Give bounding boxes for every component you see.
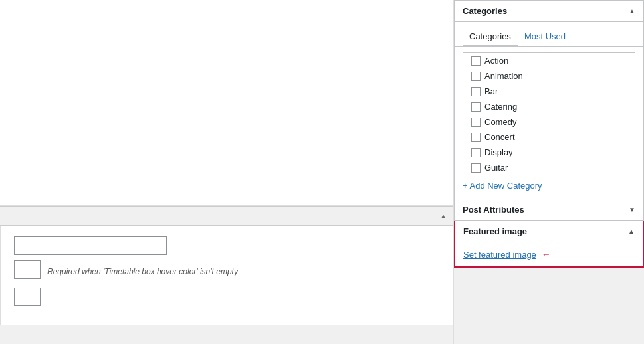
categories-tabs: Categories Most Used bbox=[455, 27, 643, 47]
post-attributes-toggle-icon: ▼ bbox=[629, 206, 635, 213]
color-input-small[interactable] bbox=[14, 260, 41, 279]
featured-image-body: Set featured image← bbox=[455, 242, 643, 266]
categories-title: Categories bbox=[463, 6, 507, 16]
tab-categories[interactable]: Categories bbox=[463, 27, 518, 46]
left-panel: ▲ Required when 'Timetable box hover col… bbox=[0, 0, 454, 344]
collapse-bar[interactable]: ▲ bbox=[0, 206, 453, 226]
checkbox-comedy[interactable] bbox=[471, 118, 481, 127]
form-row-hint: Required when 'Timetable box hover color… bbox=[14, 260, 439, 282]
post-attributes-header[interactable]: Post Attributes ▼ bbox=[455, 199, 643, 220]
category-label-comedy: Comedy bbox=[484, 117, 516, 127]
list-item: Action bbox=[471, 53, 627, 68]
list-item: Animation bbox=[471, 68, 627, 84]
category-label-display: Display bbox=[484, 147, 513, 157]
featured-image-header[interactable]: Featured image ▲ bbox=[455, 221, 643, 242]
list-item: Bar bbox=[471, 84, 627, 99]
list-item: Catering bbox=[471, 99, 627, 114]
category-label-concert: Concert bbox=[484, 132, 515, 142]
featured-image-panel: Featured image ▲ Set featured image← bbox=[454, 221, 644, 268]
checkbox-display[interactable] bbox=[471, 148, 481, 157]
right-sidebar: Categories ▲ Categories Most Used Action… bbox=[454, 0, 644, 344]
form-section: Required when 'Timetable box hover color… bbox=[0, 226, 453, 325]
category-label-action: Action bbox=[484, 56, 508, 66]
checkbox-bar[interactable] bbox=[471, 87, 481, 96]
checkbox-catering[interactable] bbox=[471, 102, 481, 112]
editor-area bbox=[0, 0, 453, 206]
categories-panel: Categories ▲ Categories Most Used Action… bbox=[454, 0, 644, 199]
add-new-category-link[interactable]: + Add New Category bbox=[455, 175, 643, 193]
list-item: Guitar bbox=[471, 160, 627, 175]
post-attributes-title: Post Attributes bbox=[463, 205, 524, 215]
categories-toggle-icon: ▲ bbox=[629, 7, 635, 15]
featured-image-toggle-icon: ▲ bbox=[628, 228, 635, 235]
categories-panel-body: Categories Most Used Action Animation Ba… bbox=[455, 22, 643, 199]
category-label-guitar: Guitar bbox=[484, 163, 508, 173]
form-row-small2 bbox=[14, 288, 439, 309]
timetable-input[interactable] bbox=[14, 236, 167, 255]
checkbox-guitar[interactable] bbox=[471, 163, 481, 173]
list-item: Display bbox=[471, 145, 627, 160]
collapse-icon: ▲ bbox=[440, 213, 447, 220]
checkbox-action[interactable] bbox=[471, 56, 481, 66]
color-input-small2[interactable] bbox=[14, 288, 41, 306]
checkbox-animation[interactable] bbox=[471, 72, 481, 81]
checkbox-concert[interactable] bbox=[471, 133, 481, 142]
category-label-animation: Animation bbox=[484, 71, 523, 81]
category-label-catering: Catering bbox=[484, 102, 517, 112]
category-list: Action Animation Bar Catering Comedy bbox=[463, 52, 635, 175]
set-featured-image-link[interactable]: Set featured image bbox=[463, 250, 536, 260]
list-item: Concert bbox=[471, 129, 627, 145]
category-label-bar: Bar bbox=[484, 86, 498, 96]
list-item: Comedy bbox=[471, 114, 627, 129]
tab-most-used[interactable]: Most Used bbox=[518, 27, 572, 46]
categories-panel-header[interactable]: Categories ▲ bbox=[455, 1, 643, 22]
arrow-icon: ← bbox=[542, 249, 551, 260]
featured-image-title: Featured image bbox=[463, 226, 527, 236]
sidebar-spacer bbox=[454, 268, 644, 344]
form-row-input bbox=[14, 236, 439, 255]
form-hint-text: Required when 'Timetable box hover color… bbox=[47, 267, 238, 276]
post-attributes-panel: Post Attributes ▼ bbox=[454, 199, 644, 221]
